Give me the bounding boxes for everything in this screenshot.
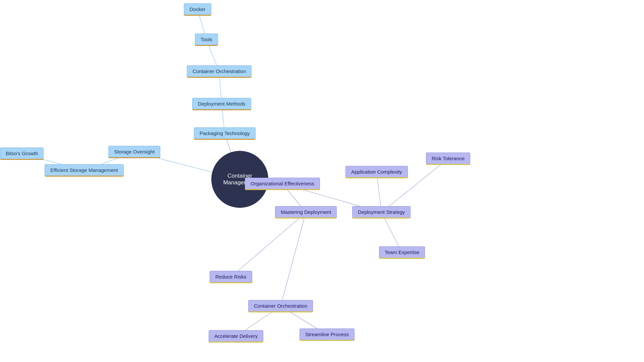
node-app-complexity[interactable]: Application Complexity — [345, 166, 408, 178]
node-org-effectiveness[interactable]: Organizational Effectiveness — [245, 178, 320, 190]
node-bitsos-growth[interactable]: Bitso's Growth — [0, 147, 44, 160]
node-storage-oversight[interactable]: Storage Oversight — [108, 146, 160, 158]
node-container-orch-top[interactable]: Container Orchestration — [187, 65, 252, 78]
node-tools[interactable]: Tools — [195, 34, 218, 46]
node-risk-tolerance[interactable]: Risk Tolerance — [426, 153, 470, 165]
mindmap-container: Container ManagementDockerToolsContainer… — [0, 0, 644, 362]
node-deployment-methods[interactable]: Deployment Methods — [192, 98, 251, 110]
node-reduce-risks[interactable]: Reduce Risks — [210, 271, 252, 283]
node-streamline-process[interactable]: Streamline Process — [300, 328, 355, 341]
svg-line-15 — [281, 213, 306, 306]
node-efficient-storage[interactable]: Efficient Storage Management — [45, 164, 124, 177]
node-docker[interactable]: Docker — [184, 3, 211, 16]
node-deployment-strategy[interactable]: Deployment Strategy — [352, 206, 411, 219]
node-container-orch-bottom[interactable]: Container Orchestration — [248, 300, 313, 312]
svg-line-14 — [231, 213, 306, 277]
connections-svg — [0, 0, 644, 362]
node-team-expertise[interactable]: Team Expertise — [379, 246, 425, 259]
node-accelerate-delivery[interactable]: Accelerate Delivery — [209, 330, 263, 343]
node-mastering-deployment[interactable]: Mastering Deployment — [275, 206, 337, 219]
node-packaging-tech[interactable]: Packaging Technology — [194, 127, 256, 140]
